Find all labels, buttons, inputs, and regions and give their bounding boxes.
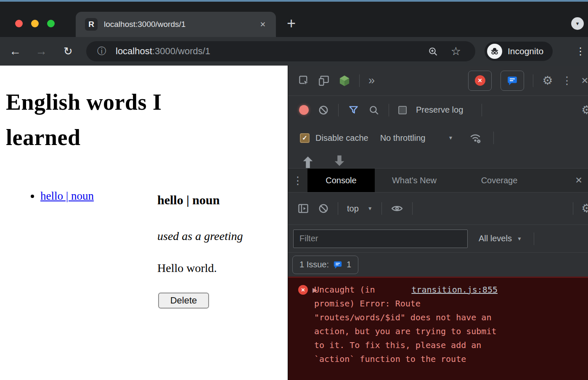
network-conditions-icon[interactable]	[469, 132, 482, 144]
forward-button[interactable]: →	[32, 37, 50, 66]
macos-minimize-button[interactable]	[31, 20, 39, 27]
tab-search-button[interactable]: ▼	[571, 17, 584, 30]
log-levels-dropdown[interactable]: All levels ▼	[479, 234, 522, 243]
devtools-panel: » ✕ ⚙ ⋮ ✕	[288, 66, 588, 380]
url-path: :3000/words/1	[152, 46, 210, 56]
word-link[interactable]: hello | noun	[40, 190, 94, 202]
filter-funnel-icon[interactable]	[348, 104, 359, 116]
incognito-label: Incognito	[508, 46, 543, 56]
macos-close-button[interactable]	[15, 20, 23, 27]
error-count-badge[interactable]: ✕	[468, 71, 492, 91]
network-toolbar: Preserve log ⚙	[288, 96, 588, 124]
console-toolbar: top ▼ ⚙	[288, 193, 588, 225]
browser-window: R localhost:3000/words/1 ✕ + ▼ ← → ↻ ⓘ l…	[0, 0, 588, 380]
word-example: Hello world.	[157, 261, 217, 275]
separator	[338, 202, 338, 215]
more-panels-icon[interactable]: »	[368, 74, 375, 87]
issues-message-badge[interactable]	[501, 71, 524, 91]
device-toolbar-icon[interactable]	[318, 75, 330, 86]
chat-bubble-icon	[507, 75, 518, 86]
log-levels-value: All levels	[479, 234, 512, 243]
list-item: hello | noun	[40, 190, 94, 203]
reload-button[interactable]: ↻	[59, 37, 77, 66]
issues-row: 1 Issue: 1	[288, 253, 588, 277]
network-conditions-toolbar: ✓ Disable cache No throttling ▼	[288, 124, 588, 152]
separator	[389, 104, 389, 116]
devtools-settings-icon[interactable]: ⚙	[542, 75, 553, 87]
separator	[412, 202, 413, 215]
address-bar[interactable]: ⓘ localhost:3000/words/1 ☆	[86, 41, 475, 61]
nodejs-icon[interactable]	[339, 75, 350, 87]
tab-close-icon[interactable]: ✕	[260, 20, 266, 29]
browser-toolbar: ← → ↻ ⓘ localhost:3000/words/1 ☆ Incogni…	[0, 37, 588, 66]
bookmark-star-icon[interactable]: ☆	[451, 46, 461, 57]
error-badge-icon: ✕	[475, 75, 485, 86]
incognito-icon	[487, 44, 502, 59]
drawer-menu-icon[interactable]: ⋮	[288, 169, 307, 193]
delete-button[interactable]: Delete	[158, 293, 209, 309]
tab-strip: R localhost:3000/words/1 ✕ + ▼	[0, 2, 588, 37]
error-message-block: transition.js:855Uncaught (in promise) E…	[314, 283, 498, 366]
url-host: localhost	[116, 46, 152, 56]
chevron-down-icon[interactable]: ▼	[368, 206, 373, 211]
disable-cache-checkbox[interactable]: ✓	[300, 133, 310, 143]
back-button[interactable]: ←	[6, 37, 24, 66]
tab-title: localhost:3000/words/1	[104, 20, 260, 29]
execution-context-selector[interactable]: top	[347, 204, 359, 214]
word-detail-title: hello | noun	[157, 193, 220, 207]
throttling-select-value[interactable]: No throttling	[380, 133, 426, 143]
devtools-menu-icon[interactable]: ⋮	[562, 74, 572, 87]
remix-favicon: R	[85, 18, 98, 31]
new-tab-button[interactable]: +	[287, 14, 296, 33]
page-title: English words I learned	[6, 85, 241, 155]
separator	[573, 202, 573, 215]
live-expression-eye-icon[interactable]	[391, 202, 403, 215]
macos-fullscreen-button[interactable]	[47, 20, 55, 27]
issues-text: 1 Issue:	[299, 260, 329, 269]
inspect-element-icon[interactable]	[298, 75, 310, 86]
preserve-log-label: Preserve log	[416, 105, 463, 115]
chevron-down-icon[interactable]: ▼	[448, 135, 453, 141]
console-error-entry: ✕ ▶ transition.js:855Uncaught (in promis…	[288, 277, 588, 380]
web-page: English words I learned hello | noun hel…	[0, 66, 288, 380]
console-settings-icon[interactable]: ⚙	[581, 203, 588, 214]
browser-menu-icon[interactable]: ⋮	[573, 37, 588, 66]
zoom-in-icon[interactable]	[428, 46, 438, 57]
separator	[534, 232, 534, 245]
error-source-link[interactable]: transition.js:855	[411, 283, 498, 297]
drawer-tab-bar: ⋮ Console What's New Coverage ✕	[288, 169, 588, 193]
preserve-log-checkbox[interactable]	[398, 106, 407, 114]
clear-console-icon[interactable]	[318, 203, 329, 214]
separator	[482, 104, 482, 116]
import-har-up-arrow-icon[interactable]	[302, 154, 314, 169]
chevron-down-icon: ▼	[517, 236, 522, 242]
search-network-icon[interactable]	[368, 105, 379, 116]
url-text: localhost:3000/words/1	[116, 46, 428, 57]
issues-counter-button[interactable]: 1 Issue: 1	[292, 256, 358, 274]
separator	[338, 104, 339, 116]
tab-coverage[interactable]: Coverage	[461, 169, 537, 193]
console-filter-row: All levels ▼	[288, 225, 588, 253]
separator	[533, 74, 533, 87]
separator	[493, 132, 494, 144]
clear-network-log-icon[interactable]	[318, 105, 329, 116]
word-definition: used as a greeting	[157, 230, 243, 243]
separator	[359, 74, 360, 87]
console-sidebar-icon[interactable]	[297, 203, 309, 214]
network-settings-icon[interactable]: ⚙	[581, 104, 588, 116]
record-network-log-button[interactable]	[299, 105, 309, 115]
devtools-close-icon[interactable]: ✕	[581, 76, 588, 86]
drawer-close-icon[interactable]: ✕	[569, 175, 588, 185]
disable-cache-label: Disable cache	[315, 133, 368, 143]
word-list: hello | noun	[40, 190, 94, 203]
export-har-down-arrow-icon[interactable]	[333, 154, 346, 169]
har-buttons-row	[288, 152, 588, 169]
browser-tab[interactable]: R localhost:3000/words/1 ✕	[76, 12, 276, 37]
separator	[381, 202, 382, 215]
chat-bubble-icon	[333, 260, 342, 269]
site-info-icon[interactable]: ⓘ	[97, 45, 106, 58]
incognito-badge: Incognito	[485, 42, 553, 61]
tab-console[interactable]: Console	[307, 169, 375, 193]
tab-whats-new[interactable]: What's New	[375, 169, 454, 193]
console-filter-input[interactable]	[293, 230, 468, 248]
